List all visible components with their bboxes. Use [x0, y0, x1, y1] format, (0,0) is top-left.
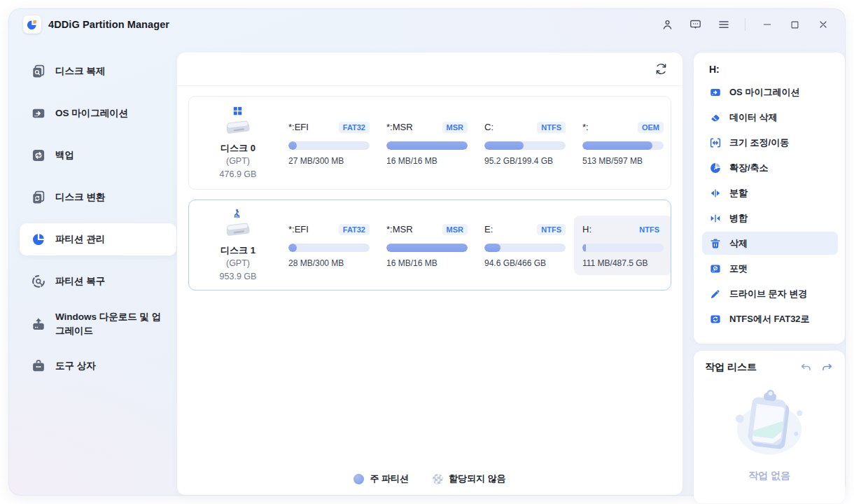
partition-name: *:MSR	[386, 122, 413, 132]
action-os-migration[interactable]: OS 마이그레이션	[702, 80, 838, 104]
partition-usage-bar	[582, 244, 664, 252]
legend: 주 파티션 할당되지 않음	[177, 472, 682, 485]
partition-name: C:	[484, 122, 493, 132]
action-label: 크기 조정/이동	[729, 136, 789, 149]
action-extend-shrink[interactable]: 확장/축소	[702, 156, 838, 179]
partition-strip: *:EFIFAT32 27 MB/300 MB *:MSRMSR 16 MB/1…	[280, 113, 671, 173]
action-change-drive-letter[interactable]: 드라이브 문자 변경	[702, 282, 838, 305]
action-label: 확장/축소	[729, 162, 769, 174]
partition-usage-bar	[386, 141, 468, 150]
maximize-icon[interactable]	[788, 18, 802, 31]
action-label: 데이터 삭제	[729, 111, 778, 124]
legend-item-primary: 주 파티션	[354, 472, 409, 485]
sidebar-item-toolbox[interactable]: 도구 상자	[20, 350, 176, 382]
filesystem-badge: NTFS	[635, 224, 664, 235]
account-icon[interactable]	[661, 18, 674, 31]
partition-cell[interactable]: *:EFIFAT32 28 MB/300 MB	[280, 216, 378, 275]
disk-scheme: (GPT)	[226, 155, 250, 168]
sidebar: 디스크 복제 OS 마이그레이션 백업 디스크 변환 파티션 관리	[20, 55, 176, 382]
partition-strip: *:EFIFAT32 28 MB/300 MB *:MSRMSR 16 MB/1…	[280, 216, 671, 275]
action-erase-data[interactable]: 데이터 삭제	[702, 106, 838, 129]
action-ntfs-to-fat32[interactable]: NTFS에서 FAT32로	[702, 307, 838, 330]
undo-icon[interactable]	[799, 360, 813, 374]
partition-cell[interactable]: *:EFIFAT32 27 MB/300 MB	[280, 113, 378, 173]
usb-disk-icon	[220, 207, 255, 242]
selected-partition-title: H:	[702, 64, 838, 75]
sidebar-item-disk-clone[interactable]: 디스크 복제	[20, 55, 176, 88]
filesystem-badge: FAT32	[339, 122, 370, 133]
feedback-icon[interactable]	[689, 18, 702, 31]
format-icon	[709, 262, 722, 275]
partition-usage-text: 513 MB/597 MB	[582, 156, 664, 166]
sidebar-item-backup[interactable]: 백업	[20, 139, 176, 172]
action-label: OS 마이그레이션	[729, 86, 799, 99]
menu-icon[interactable]	[717, 18, 730, 31]
extend-shrink-icon	[709, 162, 722, 174]
action-merge[interactable]: 병합	[702, 206, 838, 230]
action-label: 분할	[729, 187, 748, 200]
partition-cell[interactable]: C:NTFS 95.2 GB/199.4 GB	[476, 113, 574, 173]
sidebar-item-label: 디스크 변환	[55, 190, 105, 204]
empty-tasks-text: 작업 없음	[748, 470, 790, 482]
app-window: 4DDiG Partition Manager	[8, 8, 846, 496]
partition-name: H:	[582, 224, 592, 234]
disk-info: 디스크 1 (GPT) 953.9 GB	[204, 207, 272, 283]
action-split[interactable]: 분할	[702, 181, 838, 204]
action-format[interactable]: 포맷	[702, 257, 838, 280]
sidebar-item-os-migration[interactable]: OS 마이그레이션	[20, 97, 176, 130]
partition-name: *:EFI	[288, 122, 309, 132]
disk-row-1[interactable]: 디스크 1 (GPT) 953.9 GB *:EFIFAT32 28 MB/30…	[188, 200, 671, 290]
partition-cell[interactable]: *:OEM 513 MB/597 MB	[574, 113, 671, 173]
sidebar-item-windows-upgrade[interactable]: Windows 다운로드 및 업그레이드	[20, 307, 176, 340]
partition-recovery-icon	[31, 274, 46, 289]
partition-usage-bar	[288, 141, 370, 150]
partition-name: *:EFI	[288, 224, 309, 234]
partition-usage-bar	[582, 141, 664, 150]
action-delete[interactable]: 삭제	[702, 232, 838, 255]
refresh-icon[interactable]	[653, 62, 668, 77]
sidebar-item-label: 파티션 복구	[55, 274, 105, 288]
partition-cell-selected[interactable]: H:NTFS 111 MB/487.5 GB	[574, 216, 671, 275]
disk-map-header	[177, 52, 682, 86]
delete-icon	[709, 237, 722, 250]
partition-usage-text: 16 MB/16 MB	[386, 258, 468, 268]
sidebar-item-partition-manager[interactable]: 파티션 관리	[20, 223, 176, 255]
primary-partition-swatch	[354, 474, 364, 484]
app-logo-icon	[23, 15, 41, 34]
partition-usage-text: 16 MB/16 MB	[386, 156, 468, 166]
unallocated-swatch	[433, 474, 443, 484]
disk-row-0[interactable]: 디스크 0 (GPT) 476.9 GB *:EFIFAT32 27 MB/30…	[188, 96, 671, 190]
backup-icon	[31, 148, 46, 163]
filesystem-badge: OEM	[638, 122, 664, 133]
split-icon	[709, 187, 722, 200]
os-migration-icon	[31, 106, 46, 121]
partition-manager-icon	[31, 232, 46, 247]
partition-cell[interactable]: *:MSRMSR 16 MB/16 MB	[378, 216, 476, 275]
os-migration-icon	[709, 86, 722, 99]
disk-map-panel: 디스크 0 (GPT) 476.9 GB *:EFIFAT32 27 MB/30…	[177, 52, 682, 495]
redo-icon[interactable]	[820, 360, 834, 374]
partition-cell[interactable]: E:NTFS 94.6 GB/466 GB	[476, 216, 574, 275]
sidebar-item-partition-recovery[interactable]: 파티션 복구	[20, 265, 176, 298]
change-drive-letter-icon	[709, 288, 722, 300]
merge-icon	[709, 212, 722, 225]
close-icon[interactable]	[816, 18, 830, 31]
sidebar-item-disk-convert[interactable]: 디스크 변환	[20, 181, 176, 214]
action-resize-move[interactable]: 크기 조정/이동	[702, 131, 838, 154]
legend-label: 할당되지 않음	[449, 472, 506, 485]
erase-data-icon	[709, 111, 722, 124]
partition-name: *:MSR	[386, 224, 413, 234]
partition-actions-panel: H: OS 마이그레이션 데이터 삭제 크기 조정/이동 확장/축소	[694, 52, 845, 344]
disk-scheme: (GPT)	[226, 258, 250, 270]
app-title: 4DDiG Partition Manager	[48, 19, 169, 30]
sidebar-item-label: 백업	[55, 148, 74, 162]
disk-info: 디스크 0 (GPT) 476.9 GB	[204, 105, 272, 181]
partition-usage-text: 27 MB/300 MB	[288, 156, 370, 166]
minimize-icon[interactable]	[760, 18, 774, 31]
toolbox-icon	[31, 358, 46, 374]
ntfs-to-fat32-icon	[709, 313, 722, 326]
sidebar-item-label: OS 마이그레이션	[55, 106, 128, 120]
partition-cell[interactable]: *:MSRMSR 16 MB/16 MB	[378, 113, 476, 173]
filesystem-badge: MSR	[442, 122, 468, 133]
disk-size: 953.9 GB	[220, 271, 257, 284]
